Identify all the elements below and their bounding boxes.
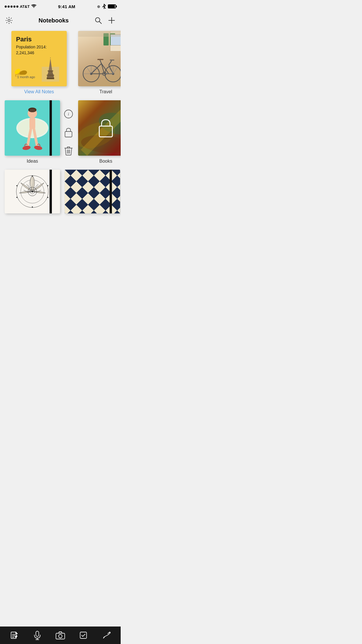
- page-title: Notebooks: [38, 17, 68, 24]
- carrier-label: AT&T: [20, 4, 30, 9]
- svg-line-23: [113, 67, 117, 74]
- svg-point-1: [96, 18, 100, 22]
- bluetooth-icon: [102, 4, 106, 9]
- signal-dot: [16, 6, 18, 8]
- settings-button[interactable]: [5, 17, 13, 24]
- svg-rect-10: [47, 75, 54, 76]
- lock-rotation-icon: ⊕: [97, 4, 100, 9]
- status-time: 9:41 AM: [58, 4, 75, 9]
- books-cover[interactable]: [78, 100, 121, 156]
- notebook-item-5[interactable]: [5, 170, 60, 213]
- ideas-container: Ideas i: [5, 100, 73, 164]
- books-label: Books: [99, 159, 112, 164]
- paris-subtitle: Population 2014: 2,241,346: [16, 44, 62, 56]
- lock-button[interactable]: [64, 127, 73, 138]
- svg-rect-27: [29, 118, 35, 129]
- svg-point-51: [32, 176, 33, 177]
- ideas-cover[interactable]: [5, 100, 60, 156]
- notebook6-strap: [110, 170, 112, 213]
- status-bar: AT&T 9:41 AM ⊕: [0, 0, 121, 13]
- notebook-item-travel[interactable]: Travel: [78, 31, 121, 94]
- signal-dot: [5, 6, 7, 8]
- svg-line-19: [87, 67, 91, 74]
- battery-icon: [108, 4, 116, 8]
- status-right: ⊕: [97, 4, 116, 9]
- view-all-notes-label[interactable]: View All Notes: [24, 89, 54, 94]
- svg-line-24: [109, 67, 113, 74]
- svg-rect-44: [99, 126, 113, 137]
- svg-rect-37: [65, 131, 72, 137]
- paris-timestamp: 1 month ago: [16, 75, 36, 79]
- signal-dot: [10, 6, 13, 8]
- lock-overlay: [98, 119, 114, 138]
- svg-text:i: i: [68, 112, 69, 116]
- notebooks-content: Paris Population 2014: 2,241,346: [0, 28, 121, 240]
- svg-rect-9: [48, 71, 53, 71]
- svg-point-0: [8, 19, 10, 21]
- svg-rect-11: [47, 78, 54, 79]
- search-button[interactable]: [94, 17, 102, 24]
- signal-dot: [8, 6, 10, 8]
- notebook-item-all-notes[interactable]: Paris Population 2014: 2,241,346: [5, 31, 73, 94]
- svg-point-34: [29, 109, 35, 112]
- wifi-icon: [31, 4, 36, 8]
- add-button[interactable]: [108, 17, 115, 24]
- signal-dot: [13, 6, 15, 8]
- svg-point-56: [16, 185, 17, 186]
- paris-cover[interactable]: Paris Population 2014: 2,241,346: [11, 31, 67, 86]
- svg-marker-6: [49, 58, 52, 71]
- delete-button[interactable]: [64, 146, 73, 156]
- svg-point-52: [47, 185, 48, 186]
- nav-actions: [94, 17, 115, 24]
- notebook5-strap: [50, 170, 52, 213]
- svg-point-53: [47, 197, 48, 198]
- svg-point-30: [22, 145, 31, 151]
- nav-bar: Notebooks: [0, 13, 121, 28]
- info-button[interactable]: i: [64, 109, 73, 119]
- svg-point-50: [31, 191, 33, 192]
- signal-dots: [5, 6, 18, 8]
- mandala-cover[interactable]: [5, 170, 60, 213]
- ideas-label: Ideas: [27, 159, 38, 164]
- ideas-strap: [50, 100, 52, 156]
- svg-point-54: [32, 206, 33, 208]
- travel-cover[interactable]: [78, 31, 121, 86]
- bottom-row: [5, 170, 116, 237]
- notebook-item-6[interactable]: [65, 170, 120, 213]
- context-menu: i: [64, 109, 73, 156]
- svg-point-31: [34, 145, 43, 151]
- notebook-item-ideas[interactable]: Ideas: [5, 100, 60, 164]
- notebooks-grid: Paris Population 2014: 2,241,346: [5, 31, 116, 164]
- geo-cover[interactable]: [65, 170, 120, 213]
- travel-label: Travel: [99, 89, 112, 94]
- paris-title: Paris: [16, 36, 62, 43]
- status-left: AT&T: [5, 4, 36, 9]
- svg-point-55: [16, 197, 17, 198]
- notebook-item-books[interactable]: Books: [78, 100, 121, 164]
